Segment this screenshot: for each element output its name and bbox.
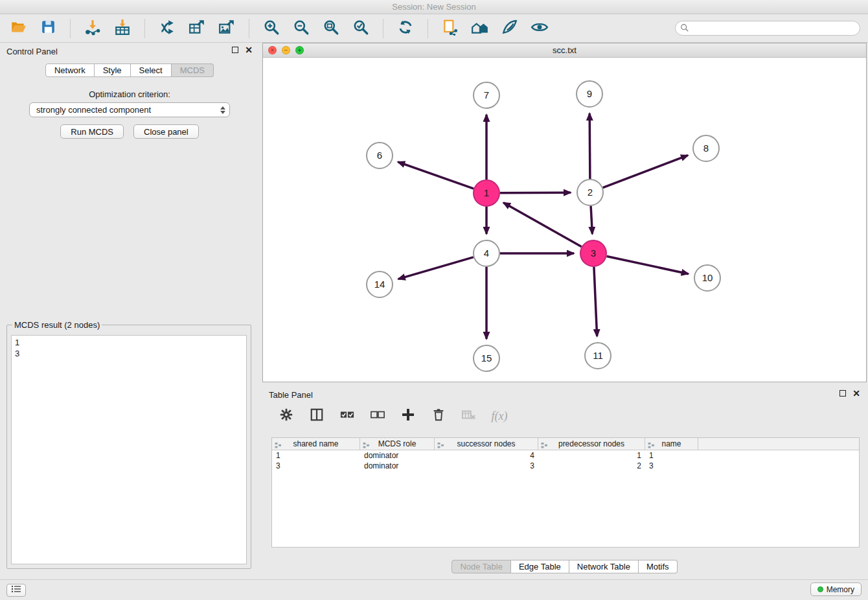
tab-mcds[interactable]: MCDS (172, 63, 214, 77)
column-header-label: name (661, 439, 681, 448)
column-header-name[interactable]: name (645, 438, 698, 450)
network-window-titlebar[interactable]: × − + scc.txt (263, 43, 866, 58)
close-panel-button[interactable]: Close panel (133, 124, 199, 139)
column-header-label: predecessor nodes (558, 439, 624, 448)
search-input[interactable] (675, 21, 860, 36)
import-network-button[interactable] (82, 18, 103, 39)
optimization-select[interactable]: strongly connected component (29, 102, 230, 117)
annotation-icon (442, 19, 459, 38)
add-column-button[interactable] (400, 408, 417, 424)
import-table-icon (114, 19, 131, 38)
graph-edge-1-2[interactable] (500, 192, 571, 193)
tab-node-table[interactable]: Node Table (451, 560, 511, 573)
window-title: Session: New Session (392, 2, 475, 12)
task-history-button[interactable] (6, 584, 26, 597)
close-panel-icon[interactable]: ✕ (245, 47, 253, 53)
close-table-panel-icon[interactable]: ✕ (852, 390, 860, 397)
delete-table-button[interactable] (461, 408, 477, 424)
mcds-result-list[interactable]: 13 (11, 335, 247, 564)
select-all-button[interactable] (339, 408, 356, 424)
table-cell[interactable]: 2 (538, 461, 645, 471)
clone-network-button[interactable] (157, 18, 177, 39)
main-toolbar (0, 14, 868, 43)
tab-edge-table[interactable]: Edge Table (511, 560, 569, 573)
table-row[interactable]: 3dominator323 (272, 461, 859, 471)
column-header-successor-nodes[interactable]: successor nodes (435, 438, 538, 450)
table-cell[interactable]: 3 (272, 461, 360, 471)
memory-label: Memory (827, 585, 854, 594)
show-columns-button[interactable] (308, 408, 325, 424)
sort-icon (437, 441, 444, 452)
apply-layout-button[interactable] (395, 18, 416, 39)
column-header-mcds-role[interactable]: MCDS role (360, 438, 435, 450)
table-cell[interactable]: 1 (272, 450, 360, 461)
mcds-result-group: MCDS result (2 nodes) 13 (6, 320, 251, 569)
close-window-icon[interactable]: × (268, 46, 277, 54)
toolbar-separator (428, 19, 428, 38)
tab-style[interactable]: Style (95, 63, 131, 77)
tab-network-table[interactable]: Network Table (569, 560, 639, 573)
float-table-panel-icon[interactable] (839, 390, 846, 397)
style-button[interactable] (499, 18, 520, 39)
zoom-selected-button[interactable] (350, 18, 371, 39)
column-header-shared-name[interactable]: shared name (272, 438, 360, 450)
network-graph: 7968124314101511 (263, 58, 866, 382)
node-table: shared nameMCDS rolesuccessor nodesprede… (271, 437, 860, 548)
network-canvas[interactable]: 7968124314101511 (263, 58, 866, 382)
show-hide-button[interactable] (529, 18, 550, 39)
function-builder-button[interactable]: f(x) (491, 408, 508, 424)
save-session-button[interactable] (38, 18, 58, 39)
table-settings-button[interactable] (278, 408, 295, 424)
graph-edge-1-6[interactable] (398, 162, 474, 189)
paint-style-icon (501, 19, 518, 38)
annotation-button[interactable] (440, 18, 461, 39)
table-cell[interactable]: 1 (538, 450, 645, 461)
table-cell[interactable]: 3 (435, 461, 538, 471)
mcds-result-item[interactable]: 3 (15, 348, 246, 359)
tab-select[interactable]: Select (131, 63, 172, 77)
run-mcds-button[interactable]: Run MCDS (60, 124, 124, 139)
zoom-out-button[interactable] (291, 18, 312, 39)
share-arrows-icon (159, 19, 176, 38)
tab-network[interactable]: Network (45, 63, 95, 77)
network-home-button[interactable] (470, 18, 490, 39)
graph-node-label: 11 (593, 350, 603, 361)
graph-node-label: 4 (484, 248, 489, 259)
graph-edge-3-1[interactable] (503, 203, 582, 247)
memory-button[interactable]: Memory (810, 583, 862, 596)
float-panel-icon[interactable] (232, 47, 238, 53)
column-header-predecessor-nodes[interactable]: predecessor nodes (538, 438, 645, 450)
graph-edge-4-14[interactable] (398, 257, 474, 279)
application-window: Session: New Session (0, 0, 868, 600)
graph-edge-2-3[interactable] (591, 206, 592, 234)
deselect-all-button[interactable] (369, 408, 386, 424)
minimize-window-icon[interactable]: − (282, 46, 290, 54)
table-cell[interactable]: dominator (360, 461, 435, 471)
graph-node-label: 15 (481, 352, 492, 363)
eye-icon (531, 19, 549, 38)
mcds-result-item[interactable]: 1 (15, 337, 246, 348)
tab-motifs[interactable]: Motifs (639, 560, 678, 573)
zoom-in-button[interactable] (261, 18, 282, 39)
delete-column-button[interactable] (430, 408, 447, 424)
open-session-button[interactable] (8, 18, 29, 39)
list-icon (11, 584, 21, 596)
table-cell[interactable]: dominator (360, 450, 435, 461)
maximize-window-icon[interactable]: + (295, 46, 304, 54)
graph-edge-2-9[interactable] (589, 113, 590, 179)
export-image-button[interactable] (216, 18, 237, 39)
table-row[interactable]: 1dominator411 (272, 450, 859, 461)
graph-node-label: 1 (484, 187, 489, 198)
table-cell[interactable]: 4 (435, 450, 538, 461)
graph-edge-3-11[interactable] (594, 267, 597, 336)
zoom-fit-button[interactable] (321, 18, 341, 39)
graph-edge-3-10[interactable] (607, 256, 689, 273)
window-titlebar[interactable]: Session: New Session (0, 0, 868, 14)
save-icon (40, 19, 56, 38)
import-table-button[interactable] (112, 18, 133, 39)
table-cell[interactable]: 3 (645, 461, 698, 471)
export-table-button[interactable] (187, 18, 207, 39)
graph-edge-2-8[interactable] (603, 156, 688, 188)
toolbar-separator (70, 19, 71, 38)
graph-node-label: 8 (703, 143, 709, 154)
